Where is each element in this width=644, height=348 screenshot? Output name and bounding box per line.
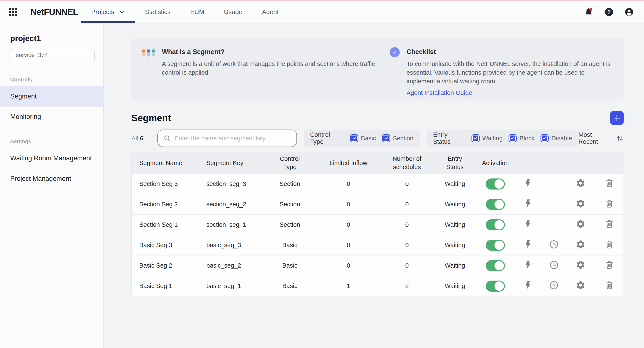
filter-checkbox-section[interactable]: Section <box>382 134 414 142</box>
trash-icon[interactable] <box>604 239 614 249</box>
trash-icon[interactable] <box>604 260 614 270</box>
count-label: All <box>132 135 138 142</box>
table-body: Section Seg 3section_seg_3Section00Waiti… <box>132 174 624 296</box>
cell-limited-inflow: 0 <box>318 201 379 208</box>
trash-icon[interactable] <box>604 199 614 208</box>
sidebar-item-segment[interactable]: Segment <box>0 86 103 107</box>
account-icon[interactable] <box>624 7 634 17</box>
column-limited-inflow: Limited Inflow <box>318 160 379 167</box>
checkbox-checked-icon[interactable] <box>472 134 480 142</box>
help-icon[interactable]: ? <box>604 7 614 17</box>
trash-icon[interactable] <box>604 178 614 188</box>
cell-segment-name: Basic Seg 1 <box>132 283 200 290</box>
column-control-type: Control Type <box>262 155 318 171</box>
table-row: Basic Seg 1basic_seg_1Basic12Waiting <box>132 276 624 296</box>
cell-number-of-schedules: 0 <box>379 242 435 249</box>
total-count: All6 <box>132 135 143 142</box>
lightning-icon[interactable] <box>524 280 533 290</box>
nav-item-eum[interactable]: EUM <box>180 1 214 23</box>
nav-label: EUM <box>190 8 204 15</box>
app-logo: NetFUNNEL <box>30 7 78 17</box>
trash-icon[interactable] <box>604 280 614 290</box>
gear-icon[interactable] <box>576 219 586 229</box>
activation-toggle[interactable] <box>486 219 505 230</box>
checkbox-label: Disable <box>551 135 572 142</box>
gear-icon[interactable] <box>576 199 586 208</box>
filter-checkbox-disable[interactable]: Disable <box>540 134 572 142</box>
cell-limited-inflow: 1 <box>318 283 379 290</box>
table-row: Basic Seg 2basic_seg_2Basic00Waiting <box>132 255 624 276</box>
sidebar-item-waiting-room-management[interactable]: Waiting Room Management <box>0 148 103 169</box>
lightning-icon[interactable] <box>524 199 533 208</box>
plus-icon <box>612 114 622 123</box>
lightning-icon[interactable] <box>524 219 533 229</box>
cell-entry-status: Waiting <box>435 242 475 249</box>
nav-label: Agent <box>262 8 278 15</box>
primary-nav: Projects Statistics EUM Usage Agent <box>81 1 288 23</box>
nav-item-statistics[interactable]: Statistics <box>135 1 180 23</box>
sidebar: project1 service_374 Controls Segment Mo… <box>0 23 104 348</box>
checkbox-label: Block <box>520 135 534 142</box>
checklist-title: Checklist <box>406 48 611 56</box>
lightning-icon[interactable] <box>524 178 533 188</box>
segment-info-description: A segment is a unit of work that manages… <box>162 60 381 77</box>
filter-checkbox-waiting[interactable]: Waiting <box>472 134 503 142</box>
service-selector-value: service_374 <box>16 52 48 58</box>
cell-segment-key: section_seg_3 <box>200 180 262 187</box>
activation-toggle[interactable] <box>486 281 505 292</box>
checkbox-checked-icon[interactable] <box>508 134 517 142</box>
checkbox-checked-icon[interactable] <box>540 134 548 142</box>
search-box[interactable] <box>158 130 297 147</box>
checkbox-checked-icon[interactable] <box>382 134 390 142</box>
cell-control-type: Basic <box>262 283 318 290</box>
main-content: What is a Segment? A segment is a unit o… <box>104 23 644 348</box>
cell-number-of-schedules: 0 <box>379 262 435 269</box>
filter-toolbar: All6 Control Type BasicSection Entry Sta… <box>132 130 624 147</box>
nav-item-usage[interactable]: Usage <box>214 1 252 23</box>
service-selector[interactable]: service_374 <box>10 49 95 61</box>
activation-toggle[interactable] <box>486 199 505 210</box>
gear-icon[interactable] <box>576 280 586 290</box>
trash-icon[interactable] <box>604 219 614 229</box>
gear-icon[interactable] <box>576 239 586 249</box>
sidebar-section-controls: Controls <box>10 77 103 83</box>
sidebar-item-label: Waiting Room Management <box>10 155 92 162</box>
lightning-icon[interactable] <box>524 260 533 270</box>
nav-item-projects[interactable]: Projects <box>81 1 135 23</box>
table-header: Segment Name Segment Key Control Type Li… <box>132 152 624 174</box>
activation-toggle[interactable] <box>486 240 505 251</box>
cell-limited-inflow: 0 <box>318 180 379 187</box>
add-segment-button[interactable] <box>610 111 624 125</box>
cell-segment-key: section_seg_2 <box>200 201 262 208</box>
column-activation: Activation <box>475 160 516 167</box>
bell-icon[interactable] <box>584 7 594 17</box>
sidebar-item-project-management[interactable]: Project Management <box>0 169 103 189</box>
gear-icon[interactable] <box>576 260 586 270</box>
cell-segment-name: Basic Seg 3 <box>132 242 200 249</box>
lightning-icon[interactable] <box>524 239 533 249</box>
checkbox-checked-icon[interactable] <box>350 134 358 142</box>
clock-icon[interactable] <box>549 280 559 290</box>
clock-icon[interactable] <box>549 260 559 270</box>
sort-control[interactable]: Most Recent <box>578 131 624 145</box>
column-segment-name: Segment Name <box>132 160 200 167</box>
clock-icon[interactable] <box>549 239 559 249</box>
cell-control-type: Basic <box>262 262 318 269</box>
checkbox-label: Waiting <box>482 135 503 142</box>
activation-toggle[interactable] <box>486 178 505 189</box>
sidebar-item-monitoring[interactable]: Monitoring <box>0 107 103 127</box>
count-value: 6 <box>140 135 143 142</box>
filter-checkbox-block[interactable]: Block <box>508 134 534 142</box>
nav-label: Projects <box>91 8 114 15</box>
search-input[interactable] <box>174 135 291 142</box>
gear-icon[interactable] <box>576 178 586 188</box>
cell-segment-name: Basic Seg 2 <box>132 262 200 269</box>
column-entry-status: Entry Status <box>435 155 475 171</box>
apps-grid-icon[interactable] <box>9 8 17 16</box>
sidebar-divider <box>0 131 103 131</box>
activation-toggle[interactable] <box>486 260 505 271</box>
nav-item-agent[interactable]: Agent <box>252 1 288 23</box>
filter-checkbox-basic[interactable]: Basic <box>350 134 376 142</box>
agent-installation-guide-link[interactable]: Agent Installation Guide <box>406 89 472 96</box>
segment-info-title: What is a Segment? <box>162 48 381 56</box>
